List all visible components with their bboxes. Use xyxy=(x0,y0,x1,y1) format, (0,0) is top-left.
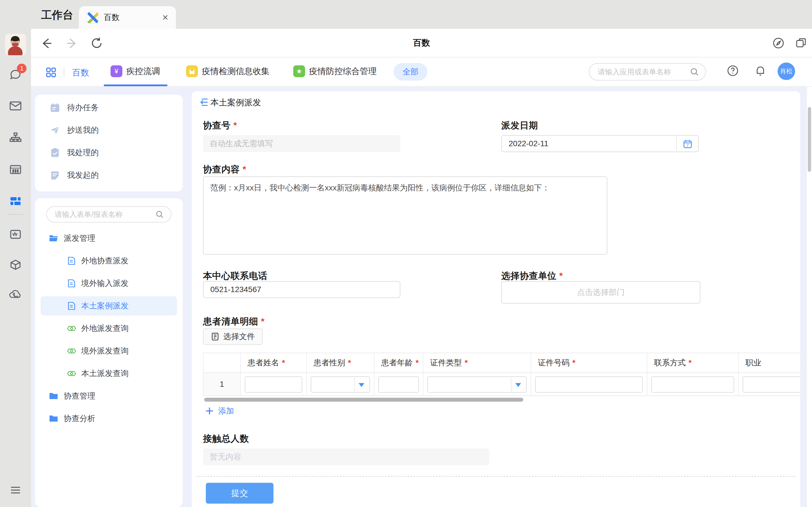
baishu-logo-icon xyxy=(86,11,99,24)
tree-item-bentu-anli-selected[interactable]: 本土案例派发 xyxy=(35,295,183,317)
todo-menu-card: 待办任务 抄送我的 我处理的 我发起的 xyxy=(35,95,183,191)
all-apps-pill[interactable]: 全部 xyxy=(394,63,427,80)
choose-file-button[interactable]: 选择文件 xyxy=(203,328,263,345)
browser-toolbar xyxy=(31,29,812,57)
form-title: 本土案例派发 xyxy=(210,97,261,108)
department-select[interactable]: 点击选择部门 xyxy=(501,281,700,304)
chat-icon[interactable] xyxy=(0,68,31,81)
chat-badge: 1 xyxy=(17,64,27,73)
patients-table: 患者姓名* 患者性别* 患者年龄* 证件类型* 证件号码* 联系方式* 职业 1 xyxy=(203,353,800,396)
idnumber-input[interactable] xyxy=(535,376,643,393)
nav-tab-yiqingfangkong[interactable]: ★ 疫情防控综合管理 xyxy=(293,65,377,77)
tab-close-icon[interactable]: ✕ xyxy=(162,13,168,22)
dispatch-date-input[interactable]: 2022-02-11 7 xyxy=(501,135,699,152)
box-3d-icon[interactable] xyxy=(0,258,31,272)
back-icon[interactable] xyxy=(41,37,53,50)
phone-input[interactable]: 0521-1234567 xyxy=(203,281,400,298)
workbench-grid-icon[interactable] xyxy=(0,194,31,208)
jikong-app-icon: ¥ xyxy=(110,65,122,77)
screen: 1 工作台 xyxy=(0,0,812,507)
clipboard-check-icon xyxy=(50,147,60,158)
field-label-xiechahao: 协查号* xyxy=(203,119,237,132)
header-name: 患者姓名* xyxy=(241,353,307,372)
user-avatar[interactable] xyxy=(5,34,26,55)
occupation-input[interactable] xyxy=(743,376,800,393)
os-sidebar: 1 xyxy=(0,0,31,507)
contact-input[interactable] xyxy=(651,376,734,393)
cell-contact xyxy=(647,373,739,395)
xiechaneirong-textarea[interactable]: 范例：x月xx日，我中心检测一名xxx新冠病毒核酸结果为阳性，该病例位于你区，详… xyxy=(203,176,607,255)
table-hscrollbar-thumb[interactable] xyxy=(204,398,523,402)
menu-item-cc[interactable]: 抄送我的 xyxy=(35,119,183,142)
doc-edit-icon xyxy=(50,170,60,180)
header-idtype: 证件类型* xyxy=(423,353,531,372)
tree-item-jingwai-shuru[interactable]: 境外输入派发 xyxy=(35,272,183,295)
menu-item-processed[interactable]: 我处理的 xyxy=(35,142,183,164)
header-occupation: 职业 xyxy=(739,353,800,372)
eye-icon xyxy=(66,323,77,334)
tab-title: 百数 xyxy=(104,12,119,23)
menu-item-todo[interactable]: 待办任务 xyxy=(35,96,183,119)
hamburger-menu-icon[interactable] xyxy=(0,485,31,496)
cell-idnumber xyxy=(531,373,647,395)
yiqingfangkong-app-icon: ★ xyxy=(293,65,305,77)
sidebar-divider xyxy=(8,214,23,215)
workspace-title: 工作台 xyxy=(41,8,73,22)
app-search-placeholder: 请输入应用或表单名称 xyxy=(598,67,690,77)
tree-item-paifa-guanli[interactable]: 派发管理 xyxy=(35,227,183,249)
back-collapse-icon[interactable] xyxy=(200,98,209,107)
tree-item-bentu-chaxun[interactable]: 本土派发查询 xyxy=(35,362,183,385)
window-scrollbar-thumb[interactable] xyxy=(808,107,811,172)
header-rownum xyxy=(203,353,241,372)
compass-icon[interactable] xyxy=(772,37,784,49)
menu-item-initiated[interactable]: 我发起的 xyxy=(35,164,183,186)
w-doc-icon[interactable] xyxy=(0,228,31,241)
field-label-paifariqi: 派发日期 xyxy=(501,119,538,132)
required-star: * xyxy=(559,271,563,281)
gender-select[interactable] xyxy=(311,376,370,393)
tree-item-xiecha-fenxi[interactable]: 协查分析 xyxy=(35,407,183,430)
submit-button[interactable]: 提交 xyxy=(206,483,273,504)
tree-search[interactable]: 请输入表单/报表名称 xyxy=(46,206,171,223)
form-tree: 派发管理 外地协查派发 境外输入派发 本土案例派发 外地派发查询 境外派 xyxy=(35,227,183,430)
dropdown-arrow-icon xyxy=(359,383,364,387)
user-avatar-badge[interactable]: 肖松 xyxy=(777,62,795,80)
app-navbar: 百数 ¥ 疾控流调 疫情检测信息收集 ★ 疫情防控综合管理 全部 请输入应用或表… xyxy=(31,57,812,87)
bell-icon[interactable] xyxy=(755,65,766,76)
folder-open-icon xyxy=(49,233,59,243)
nav-tab-jikong[interactable]: ¥ 疾控流调 xyxy=(110,65,160,77)
refresh-icon[interactable] xyxy=(90,37,103,50)
form-tree-card: 请输入表单/报表名称 派发管理 外地协查派发 境外输入派发 本土案例派发 xyxy=(35,198,183,507)
calendar-icon[interactable] xyxy=(0,163,31,176)
name-input[interactable] xyxy=(245,376,302,393)
nav-tab-yiqingjiance[interactable]: 疫情检测信息收集 xyxy=(186,65,269,77)
eye-icon xyxy=(66,369,77,379)
xiechahao-input[interactable]: 自动生成无需填写 xyxy=(203,135,400,152)
tree-item-waidi-chaxun[interactable]: 外地派发查询 xyxy=(35,317,183,340)
eye-icon xyxy=(66,346,77,356)
mail-icon[interactable] xyxy=(0,99,31,113)
org-icon[interactable] xyxy=(0,131,31,144)
apps-grid-icon[interactable] xyxy=(45,66,57,78)
open-window-icon[interactable] xyxy=(795,37,807,49)
idtype-select[interactable] xyxy=(427,376,527,393)
app-search[interactable]: 请输入应用或表单名称 xyxy=(589,63,706,80)
help-icon[interactable] xyxy=(727,65,739,76)
tree-item-jingwai-chaxun[interactable]: 境外派发查询 xyxy=(35,340,183,362)
tree-item-waidi-xiecha[interactable]: 外地协查派发 xyxy=(35,249,183,272)
cell-occupation xyxy=(739,373,800,395)
cloud-call-icon[interactable] xyxy=(0,287,31,302)
folder-icon xyxy=(49,391,59,401)
calendar-picker-icon[interactable]: 7 xyxy=(683,139,693,149)
nav-home-baishu[interactable]: 百数 xyxy=(72,67,89,78)
forward-icon[interactable] xyxy=(65,37,78,50)
browser-tab[interactable]: 百数 ✕ xyxy=(79,6,176,29)
svg-text:7: 7 xyxy=(686,143,689,148)
table-body-row: 1 xyxy=(203,373,800,396)
yiqingjiance-app-icon xyxy=(186,65,198,77)
doc-icon xyxy=(66,279,76,288)
contact-total-input[interactable]: 暂无内容 xyxy=(203,448,490,465)
add-row-link[interactable]: 添加 xyxy=(205,406,234,416)
tree-item-xiecha-guanli[interactable]: 协查管理 xyxy=(35,385,183,407)
age-input[interactable] xyxy=(378,376,419,393)
